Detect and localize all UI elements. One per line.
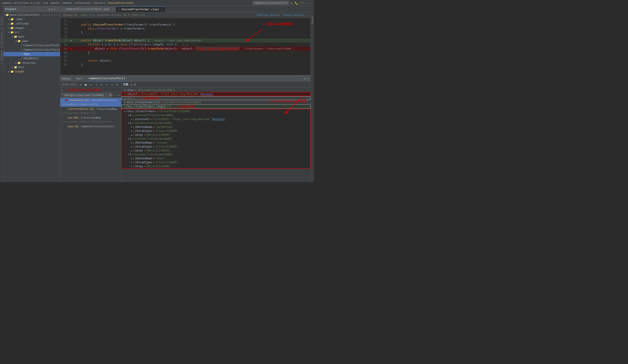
var-t2[interactable]: ▼ 2 = {InvokerTransformer@485} [122, 137, 310, 141]
tab-chainedtransformer[interactable]: C ChainedTransformer.class × [116, 6, 165, 12]
var-imn1[interactable]: ▶ ⬡ iMethodName = "getMethod" [122, 125, 310, 129]
ann4-text: 4. 总的循环次数 [177, 105, 194, 108]
var-arrow-t1: ▼ [127, 122, 130, 124]
tree-item-main[interactable]: ▼ 📁 main [3, 34, 60, 39]
var-t3[interactable]: ▼ 3 = {InvokerTransformer@486} [122, 152, 310, 156]
var-link-ic[interactable]: Navigate [212, 118, 225, 121]
tab-close-cc1[interactable]: × [112, 8, 113, 10]
var-icon-imn3: ⬡ [133, 157, 135, 160]
var-ipt2[interactable]: ▶ ⬡ iParamTypes = {Class[2]@492} [122, 145, 310, 148]
panel-icon-sync[interactable]: ⊕ [48, 7, 50, 11]
var-t1[interactable]: ▼ 1 = {InvokerTransformer@483} [122, 121, 310, 125]
panel-icon-close[interactable]: − [57, 7, 58, 11]
var-t0[interactable]: ▼ 0 = {ConstantTransformer@482} [122, 113, 310, 117]
var-ipt3[interactable]: ▶ ⬡ iParamTypes = {Class[1]@495} [122, 160, 310, 164]
tree-label-resources: resources [22, 61, 36, 64]
btn-rerun[interactable]: ↺ [78, 83, 82, 87]
run-config-selector[interactable]: CommonCollections1Test1 [253, 1, 289, 5]
debug-close-icon[interactable]: − [307, 77, 309, 80]
btn-run-cursor[interactable]: ⇥ [110, 83, 114, 87]
var-imn2[interactable]: ▶ ⬡ iMethodName = "invoke" [122, 141, 310, 145]
bc-functors[interactable]: functors [94, 1, 105, 4]
tree-item-java[interactable]: ▼ 📁 java [3, 39, 60, 43]
btn-step-over[interactable]: ⤵ [94, 83, 98, 87]
var-object[interactable]: ▼ ⬡ object = {Class@267} "class java.lan… [121, 92, 311, 96]
var-ia1[interactable]: ▶ ⬡ iArgs = {Object[2]@490} [122, 133, 310, 137]
line-num-60: 60 [60, 51, 69, 55]
var-val-t3: {InvokerTransformer@486} [134, 153, 172, 156]
frame-item-2[interactable]: put:185, TransformedMap (org.apache.comm… [60, 115, 121, 124]
var-this[interactable]: ▼ ⬡ this = {ChainedTransformer@467} [121, 88, 311, 92]
debug-tab-cc1test1[interactable]: CommonCollections1Test1 × [88, 75, 128, 81]
debug-tab-test-close[interactable]: × [83, 77, 84, 80]
btn-step-into[interactable]: ⬇ [99, 83, 103, 87]
download-sources-link[interactable]: Download Sources [257, 13, 280, 16]
var-name-ia3: iArgs [135, 165, 143, 168]
tab-close-ct[interactable]: × [161, 8, 162, 11]
tree-item-cc1test2[interactable]: ▶ C CommonCollections1Test2 [3, 48, 60, 52]
tree-item-idea[interactable]: ▶ 📁 .idea [3, 17, 60, 21]
tree-item-resources[interactable]: ▶ 📁 resources [3, 61, 60, 65]
bc-apache[interactable]: apache [51, 1, 59, 4]
tab-cc1test1[interactable]: C CommonCollections1Test1.java × [60, 6, 116, 12]
var-eq-ti: = [161, 101, 162, 104]
thread-selector[interactable]: "main"@1 in group "main": RUNNING [62, 93, 112, 97]
debug-tab-test[interactable]: Test × [75, 75, 85, 81]
bc-commons[interactable]: commons [62, 1, 72, 4]
tree-item-settings[interactable]: ▶ 📁 .settings [3, 21, 60, 26]
tree-item-test[interactable]: ▶ C Test [3, 52, 60, 56]
var-filter-icon[interactable]: ⊛ [134, 82, 136, 87]
bc-jar[interactable]: commons-collections-3.1.jar [2, 1, 41, 4]
debug-settings-icon[interactable]: ⚙ [304, 77, 306, 80]
tree-item-urldns[interactable]: ▶ C URLDNSTest [3, 56, 60, 61]
var-ipt1[interactable]: ▶ ⬡ iParamTypes = {Class[2]@489} [122, 129, 310, 133]
tree-item-images[interactable]: ▶ 📁 images [3, 26, 60, 30]
var-tl[interactable]: ∞ this.iTransformers.length = 4 ←—— 4. 总… [121, 105, 311, 108]
run-button[interactable]: ▶ [291, 1, 293, 5]
tree-label-target: target [15, 70, 24, 73]
var-ia2[interactable]: ▶ ⬡ iArgs = {Object[2]@493} [122, 148, 310, 152]
var-arrow-tl: ∞ [124, 105, 126, 108]
thread-nav-down[interactable]: ↓ [116, 94, 117, 97]
tree-item-target[interactable]: ▶ 📁 target [3, 70, 60, 74]
var-ia3[interactable]: ▶ ⬡ iArgs = {Object[1]@496} [122, 164, 310, 168]
choose-sources-link[interactable]: Choose Sources... [283, 13, 308, 16]
var-icon-ipt1: ⬡ [133, 130, 135, 132]
debug-button[interactable]: 🐛 [295, 1, 298, 5]
bc-org[interactable]: org [43, 1, 48, 4]
var-imn3[interactable]: ▶ ⬡ iMethodName = "exec" [122, 156, 310, 160]
panel-icon-eq[interactable]: ⇄ [51, 7, 53, 11]
tree-root[interactable]: ▼ 📁 DeserializationTest ~/Desktop/JavaTe… [3, 13, 60, 17]
frame-item-3[interactable]: main:48, CommonCollections1Test1 [60, 124, 121, 129]
var-link-object[interactable]: Navigate [201, 92, 213, 96]
btn-eval[interactable]: ≡ [115, 83, 119, 87]
top-bar: commons-collections-3.1.jar › org › apac… [0, 0, 314, 6]
panel-icon-settings[interactable]: ⚙ [54, 7, 55, 11]
var-transformers[interactable]: ▼ ∞ this.iTransformers = {Transformer[4]… [122, 109, 310, 113]
frame-item-1[interactable]: transformValue:141, TransformedMap (org.… [60, 107, 121, 115]
code-editor[interactable]: 52 53 public ChainedTransformer(Transfor… [60, 18, 311, 75]
var-eq-imn1: = [153, 126, 155, 129]
var-iconstant[interactable]: ▶ ⬡ iConstant = {Class@267} "class java.… [122, 117, 310, 121]
debug-tab-cc1-close[interactable]: × [126, 77, 127, 79]
thread-nav-up[interactable]: ↑ [113, 94, 115, 97]
btn-step-out[interactable]: ⬆ [105, 83, 109, 87]
side-tab-maven[interactable]: Maven [311, 15, 314, 25]
btn-stop[interactable]: ■ [84, 83, 88, 87]
tree-item-cc1test1[interactable]: ▶ C CommonCollections1Test1 [3, 43, 60, 48]
tree-item-src[interactable]: ▼ 📁 src [3, 30, 60, 34]
variables-list[interactable]: ▼ ⬡ this = {ChainedTransformer@467} ▼ ⬡ [121, 88, 311, 182]
var-eq-t3: = [132, 153, 134, 156]
var-add-icon[interactable]: + [131, 82, 133, 87]
frame-class-3: CommonCollections1Test1 [81, 125, 114, 128]
sidebar-tab-project[interactable]: 1: Project [0, 15, 3, 31]
btn-resume[interactable]: ▶ [89, 83, 93, 87]
bc-collections[interactable]: collections [75, 1, 91, 4]
thread-filter-icon[interactable]: ⊞ [118, 94, 120, 97]
sidebar-tab-database[interactable]: 7: Database [0, 49, 3, 66]
tree-item-test-folder[interactable]: ▶ 📁 test [3, 65, 60, 70]
frame-item-0[interactable]: ▶ transform:122, ChainedTransformer (org… [60, 98, 121, 107]
var-name-ia2: iArgs [135, 149, 143, 152]
sidebar-tab-structure[interactable]: 2: Structure [0, 31, 3, 49]
debugger-label: 调试器 [62, 83, 69, 86]
